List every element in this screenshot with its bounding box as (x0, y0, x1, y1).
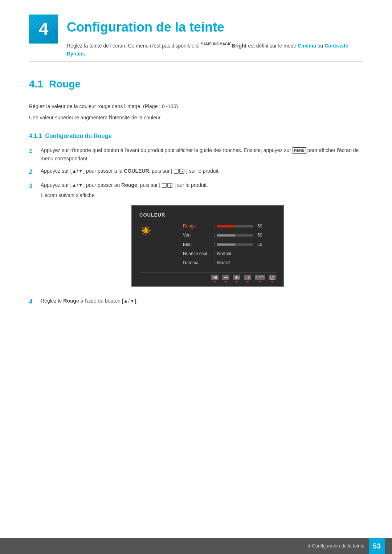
step-3-content: Appuyez sur [▲/▼] pour passer au Rouge, … (41, 181, 363, 293)
button-icon-3: ➜ (162, 182, 173, 188)
step-4: 4 Réglez le Rouge à l'aide du bouton [▲/… (29, 297, 363, 307)
step-number-2: 2 (29, 167, 38, 177)
osd-row-vert: Vert : 50 (183, 232, 276, 239)
nav-dot-2 (224, 281, 228, 283)
step-1: 1 Appuyez sur n'importe quel bouton à l'… (29, 146, 363, 163)
osd-nav-power (269, 275, 276, 283)
osd-bar-bg-vert (217, 234, 253, 237)
brand-magic: MAGIC (220, 42, 232, 46)
auto-text: AUTO (256, 275, 265, 280)
chapter-title-area: Configuration de la teinte Réglez la tei… (67, 15, 363, 58)
step-4-content: Réglez le Rouge à l'aide du bouton [▲/▼]… (41, 297, 363, 305)
nav-icon-1 (211, 275, 219, 280)
step-number-3: 3 (29, 181, 38, 191)
steps-list: 1 Appuyez sur n'importe quel bouton à l'… (29, 146, 363, 306)
footer-page-number: 53 (369, 538, 385, 554)
osd-row-rouge: Rouge : 50 (183, 223, 276, 230)
osd-bar-vert: 50 (217, 232, 262, 239)
nav-dot-3 (235, 281, 238, 283)
rouge-label-step4: Rouge (63, 298, 79, 304)
nav-icon-3 (233, 275, 240, 280)
osd-screen: COULEUR (131, 205, 284, 287)
svg-marker-8 (213, 276, 217, 279)
osd-label-bleu: Bleu (183, 241, 214, 248)
osd-colon-3: : (214, 241, 215, 248)
osd-colon-2: : (214, 232, 215, 239)
nav-dot-4 (246, 281, 249, 283)
osd-colon-4: : (214, 250, 215, 257)
rouge-label-step3: Rouge (121, 182, 137, 188)
osd-bar-bg-rouge (217, 225, 253, 227)
svg-marker-13 (249, 277, 250, 278)
step-1-content: Appuyez sur n'importe quel bouton à l'av… (41, 146, 363, 163)
osd-value-rouge: 50 (255, 223, 262, 230)
osd-nav-bar: AUTO (139, 272, 276, 283)
section-title: Rouge (49, 77, 81, 92)
osd-value-bleu: 50 (255, 241, 262, 248)
osd-label-rouge: Rouge (183, 223, 214, 230)
step-2-content: Appuyez sur [▲/▼] pour passer à la COULE… (41, 167, 363, 175)
auto-icon: AUTO (255, 275, 265, 280)
osd-left-icon (139, 223, 179, 268)
nav-dot-1 (213, 281, 217, 283)
osd-bar-bg-bleu (217, 243, 253, 246)
step-number-4: 4 (29, 297, 38, 307)
svg-point-7 (144, 229, 147, 232)
osd-bar-fill-bleu (217, 243, 235, 246)
power-symbol-icon (270, 275, 274, 280)
osd-colon-5: : (214, 259, 215, 266)
osd-row-gamma: Gamma : Mode1 (183, 259, 276, 266)
osd-nav-btn-3 (233, 275, 240, 283)
section-desc1: Réglez la valeur de la couleur rouge dan… (29, 102, 363, 110)
enter-icon (245, 276, 250, 279)
osd-bar-fill-rouge (217, 225, 235, 227)
osd-row-nuance: Nuance coul. : Normal (183, 250, 276, 257)
couleur-label: COULEUR (124, 168, 149, 174)
step-2: 2 Appuyez sur [▲/▼] pour passer à la COU… (29, 167, 363, 177)
osd-nav-auto: AUTO (255, 275, 265, 283)
svg-rect-3 (162, 183, 166, 188)
menu-key: MENU (293, 147, 306, 154)
svg-rect-9 (224, 277, 228, 278)
bright-label: Bright (232, 43, 246, 49)
step-3: 3 Appuyez sur [▲/▼] pour passer au Rouge… (29, 181, 363, 293)
power-icon (269, 275, 276, 280)
osd-label-vert: Vert (183, 232, 214, 239)
osd-bar-rouge: 50 (217, 223, 262, 230)
button-icon-2: ➜ (174, 168, 185, 174)
settings-icon (139, 224, 152, 237)
chapter-intro: Réglez la teinte de l'écran. Ce menu n'e… (67, 41, 363, 58)
monitor-screenshot: COULEUR (52, 205, 363, 287)
nav-icon-2 (222, 275, 229, 280)
left-arrow-icon (213, 276, 217, 279)
chapter-header: 4 Configuration de la teinte Réglez la t… (29, 15, 363, 62)
section-number: 4.1 (29, 77, 43, 92)
section-41-header: 4.1 Rouge (29, 77, 363, 95)
osd-row-bleu: Bleu : 50 (183, 241, 276, 248)
plus-icon (234, 276, 239, 279)
intro-suffix: est défini sur le mode (248, 43, 296, 49)
osd-nav-btn-2 (222, 275, 229, 283)
osd-menu-items: Rouge : 50 (183, 223, 276, 268)
step-3-subtext: L'écran suivant s'affiche. (41, 191, 363, 199)
osd-bar-fill-vert (217, 234, 235, 237)
subsection-title-text: Configuration du Rouge (45, 133, 111, 139)
svg-rect-12 (245, 276, 248, 279)
nav-dot-auto (258, 281, 262, 283)
svg-text:➜: ➜ (169, 184, 171, 188)
step-number-1: 1 (29, 146, 38, 156)
link-cinema: Cinéma (298, 43, 316, 49)
svg-text:➜: ➜ (180, 170, 183, 173)
nav-icon-4 (244, 275, 251, 280)
nav-dot-power (270, 281, 274, 283)
chapter-title: Configuration de la teinte (67, 17, 363, 37)
osd-nav-btn-4 (244, 275, 251, 283)
osd-value-nuance: Normal (217, 250, 231, 257)
osd-label-nuance: Nuance coul. (183, 250, 214, 257)
or-text: ou (316, 43, 324, 49)
footer-text: 4 Configuration de la teinte (308, 542, 364, 550)
osd-value-gamma: Mode1 (217, 259, 230, 266)
intro-text: Réglez la teinte de l'écran. Ce menu n'e… (67, 43, 200, 49)
osd-colon-1: : (214, 223, 215, 230)
page-footer: 4 Configuration de la teinte 53 (0, 538, 392, 554)
